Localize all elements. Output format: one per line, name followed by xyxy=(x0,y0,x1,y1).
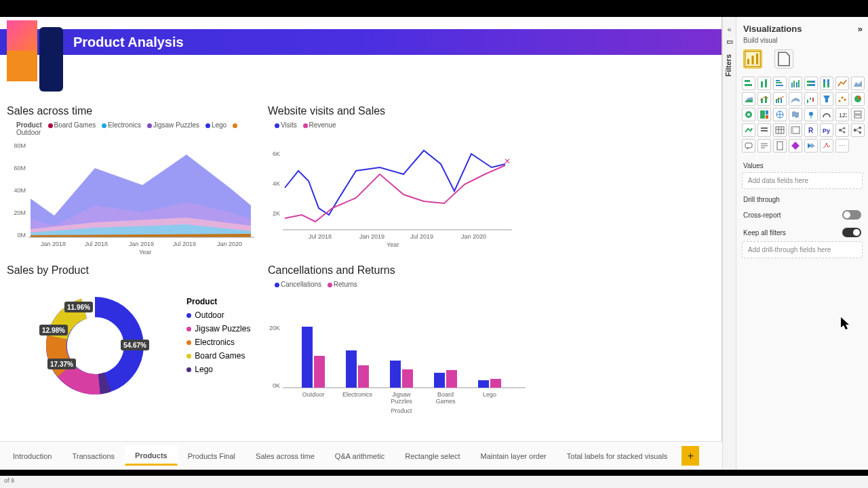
chart-cancellations-returns[interactable]: Cancellations and Returns Cancellations … xyxy=(268,264,532,421)
viz-qa-icon[interactable] xyxy=(742,139,755,152)
cross-report-label: Cross-report xyxy=(743,211,781,219)
viz-get-more-icon[interactable]: ⋯ xyxy=(835,139,849,152)
svg-rect-112 xyxy=(859,127,861,129)
filters-pane-collapsed[interactable]: « ▭ Filters xyxy=(722,17,736,470)
svg-rect-58 xyxy=(765,79,767,87)
viz-waterfall-icon[interactable] xyxy=(804,92,818,106)
svg-text:Jul 2019: Jul 2019 xyxy=(410,233,433,240)
viz-ribbon-icon[interactable] xyxy=(789,92,802,106)
tab-introduction[interactable]: Introduction xyxy=(3,446,62,466)
svg-rect-42 xyxy=(490,379,501,388)
chart-sales-across-time[interactable]: Sales across time Product Board Games El… xyxy=(7,105,258,259)
svg-text:4K: 4K xyxy=(273,180,280,187)
viz-stacked-bar-icon[interactable] xyxy=(742,77,755,90)
viz-line-clustered-column-icon[interactable] xyxy=(773,92,787,106)
svg-rect-96 xyxy=(761,127,768,129)
viz-power-automate-icon[interactable] xyxy=(804,139,818,152)
svg-rect-69 xyxy=(810,84,815,86)
page-tabs: Introduction Transactions Products Produ… xyxy=(0,441,722,470)
svg-text:0K: 0K xyxy=(273,382,280,389)
svg-rect-63 xyxy=(793,81,795,87)
viz-line-stacked-column-icon[interactable] xyxy=(757,92,771,106)
svg-text:80M: 80M xyxy=(14,142,26,149)
viz-multi-row-card-icon[interactable] xyxy=(851,108,865,121)
viz-funnel-icon[interactable] xyxy=(820,92,833,106)
tab-qa-arithmetic[interactable]: Q&A arithmetic xyxy=(325,446,395,466)
visualizations-pane: Visualizations » Build visual xyxy=(736,17,868,470)
format-visual-mode-button[interactable] xyxy=(774,49,793,68)
chart-sales-by-product[interactable]: Sales by Product 11.96% 12.98% xyxy=(7,264,258,277)
viz-power-apps-icon[interactable] xyxy=(789,139,802,152)
viz-azure-map-icon[interactable] xyxy=(804,108,818,121)
svg-point-92 xyxy=(809,112,813,116)
viz-paginated-report-icon[interactable] xyxy=(773,139,787,152)
viz-pie-icon[interactable] xyxy=(851,92,865,106)
svg-rect-98 xyxy=(776,127,784,134)
svg-rect-34 xyxy=(314,356,325,388)
svg-rect-35 xyxy=(346,350,357,388)
viz-card-icon[interactable]: 123 xyxy=(835,108,849,121)
tab-maintain-layer-order[interactable]: Maintain layer order xyxy=(471,446,557,466)
viz-r-icon[interactable]: R xyxy=(804,123,818,137)
viz-map-icon[interactable] xyxy=(773,108,787,121)
viz-smart-narrative-icon[interactable] xyxy=(757,139,771,152)
expand-filters-icon[interactable]: « xyxy=(723,17,736,33)
report-canvas[interactable]: Product Analysis Sales across time Produ… xyxy=(0,17,722,441)
svg-text:Product: Product xyxy=(391,407,412,414)
svg-text:Jul 2019: Jul 2019 xyxy=(173,241,196,247)
add-page-button[interactable]: + xyxy=(682,446,699,466)
svg-point-82 xyxy=(839,100,841,102)
svg-rect-54 xyxy=(756,54,758,64)
tab-transactions[interactable]: Transactions xyxy=(62,446,125,466)
filters-label: Filters xyxy=(724,54,732,77)
svg-rect-33 xyxy=(302,327,313,388)
svg-rect-37 xyxy=(390,361,401,388)
svg-text:Jan 2020: Jan 2020 xyxy=(461,233,486,240)
chart-title: Sales by Product xyxy=(7,264,258,277)
keep-filters-toggle[interactable] xyxy=(842,228,861,237)
chart-website-visits[interactable]: Website visits and Sales Visits Revenue … xyxy=(268,105,519,251)
svg-rect-90 xyxy=(766,115,768,119)
viz-stacked-column-icon[interactable] xyxy=(757,77,771,90)
viz-line-icon[interactable] xyxy=(835,77,849,90)
viz-treemap-icon[interactable] xyxy=(757,108,771,121)
svg-text:54.67%: 54.67% xyxy=(123,342,146,349)
viz-key-influencers-icon[interactable] xyxy=(835,123,849,137)
viz-stacked-area-icon[interactable] xyxy=(742,92,755,106)
chart-legend: Product Board Games Electronics Jigsaw P… xyxy=(16,121,258,136)
viz-slicer-icon[interactable] xyxy=(757,123,771,137)
svg-point-87 xyxy=(747,113,750,116)
tab-rectangle-select[interactable]: Rectangle select xyxy=(395,446,470,466)
svg-point-83 xyxy=(842,97,844,99)
viz-filled-map-icon[interactable] xyxy=(789,108,802,121)
values-dropzone[interactable]: Add data fields here xyxy=(742,172,863,189)
drillthrough-dropzone[interactable]: Add drill-through fields here xyxy=(742,241,863,258)
viz-python-icon[interactable]: Py xyxy=(820,123,833,137)
pane-toggle-icon[interactable]: ▭ xyxy=(723,37,736,46)
svg-point-84 xyxy=(844,99,846,101)
collapse-pane-icon[interactable]: » xyxy=(858,24,863,34)
viz-matrix-icon[interactable] xyxy=(789,123,802,137)
tab-total-labels[interactable]: Total labels for stacked visuals xyxy=(557,446,678,466)
svg-rect-53 xyxy=(751,56,753,64)
viz-table-icon[interactable] xyxy=(773,123,787,137)
viz-gauge-icon[interactable] xyxy=(820,108,833,121)
cross-report-toggle[interactable] xyxy=(842,210,861,220)
viz-donut-icon[interactable] xyxy=(742,108,755,121)
svg-rect-97 xyxy=(761,130,768,131)
tab-sales-across-time[interactable]: Sales across time xyxy=(245,446,325,466)
tab-products[interactable]: Products xyxy=(125,446,178,466)
build-visual-mode-button[interactable] xyxy=(743,49,762,68)
viz-clustered-column-icon[interactable] xyxy=(789,77,802,90)
viz-decomposition-tree-icon[interactable] xyxy=(851,123,865,137)
viz-anomaly-icon[interactable] xyxy=(820,139,833,152)
viz-100-stacked-bar-icon[interactable] xyxy=(804,77,818,90)
viz-area-icon[interactable] xyxy=(851,77,865,90)
viz-scatter-icon[interactable] xyxy=(835,92,849,106)
viz-clustered-bar-icon[interactable] xyxy=(773,77,787,90)
viz-100-stacked-column-icon[interactable] xyxy=(820,77,833,90)
viz-kpi-icon[interactable] xyxy=(742,123,755,137)
tab-products-final[interactable]: Products Final xyxy=(178,446,245,466)
svg-text:Year: Year xyxy=(387,241,399,248)
svg-rect-81 xyxy=(812,98,814,102)
